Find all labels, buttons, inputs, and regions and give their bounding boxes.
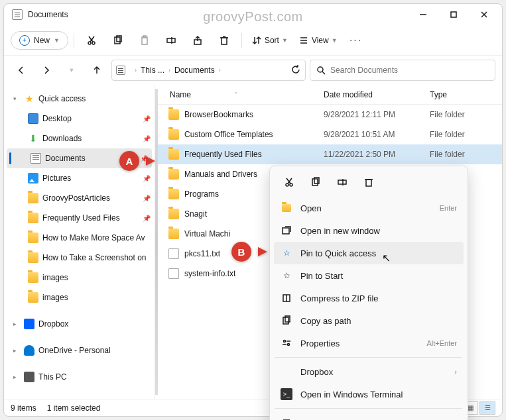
- separator: [275, 357, 462, 358]
- ctx-pin-qa[interactable]: ☆Pin to Quick access: [274, 242, 464, 264]
- pin-icon: 📌: [143, 195, 151, 202]
- recent-button[interactable]: ▼: [61, 60, 82, 81]
- column-headers: Name˄ Date modified Type: [158, 85, 502, 105]
- folder-icon: [12, 9, 23, 20]
- newwin-icon: [281, 225, 292, 236]
- view-button[interactable]: View ▼: [294, 35, 342, 46]
- sidebar-item[interactable]: images: [4, 268, 155, 288]
- ctx-path[interactable]: Copy as path: [274, 309, 464, 332]
- cut-icon[interactable]: [80, 28, 103, 52]
- col-date[interactable]: Date modified: [324, 90, 430, 99]
- minimize-button[interactable]: [408, 4, 438, 25]
- text-file-icon: [168, 248, 179, 259]
- maximize-button[interactable]: [438, 4, 469, 25]
- search-input[interactable]: [330, 66, 489, 75]
- rename-icon[interactable]: [159, 28, 183, 52]
- address-bar[interactable]: › This ... › Documents ›: [111, 60, 306, 81]
- quick-access-label: Quick access: [38, 94, 86, 103]
- ctx-newwin[interactable]: Open in new window: [274, 219, 464, 242]
- sidebar-item[interactable]: Frequently Used Files📌: [4, 208, 155, 228]
- svg-line-26: [322, 72, 325, 74]
- open-icon: [281, 202, 292, 214]
- terminal-icon: >_: [281, 388, 292, 400]
- quick-access[interactable]: ▾ ★ Quick access: [4, 89, 155, 109]
- close-button[interactable]: [469, 4, 499, 25]
- chevron-right-icon: ›: [135, 67, 137, 74]
- search-box[interactable]: [310, 60, 495, 81]
- folder-icon: [168, 189, 179, 199]
- ctx-more[interactable]: Show more options Shift+F10: [274, 411, 464, 420]
- view-label: View: [312, 36, 329, 45]
- ctx-terminal[interactable]: >_ Open in Windows Terminal: [274, 383, 464, 405]
- new-button[interactable]: + New ▼: [11, 31, 68, 50]
- chevron-down-icon: ▾: [13, 95, 20, 102]
- file-name: Snagit: [184, 209, 207, 219]
- svg-point-44: [288, 344, 290, 346]
- sort-button[interactable]: Sort ▼: [247, 35, 292, 46]
- file-row[interactable]: Custom Office Templates9/28/2021 10:51 A…: [158, 125, 502, 144]
- ctx-label: Compress to ZIP file: [300, 293, 449, 303]
- file-type: File folder: [430, 110, 502, 119]
- svg-rect-12: [167, 38, 175, 42]
- chevron-down-icon: ▼: [282, 37, 288, 44]
- star-icon: ★: [24, 93, 34, 104]
- delete-icon[interactable]: [212, 28, 236, 52]
- copy-icon[interactable]: [303, 172, 328, 193]
- rename-icon[interactable]: [330, 172, 355, 193]
- file-type: File folder: [430, 130, 502, 139]
- svg-rect-16: [221, 38, 227, 44]
- callout-b: B: [231, 242, 261, 264]
- ctx-label: Copy as path: [300, 316, 449, 326]
- refresh-icon[interactable]: [290, 64, 301, 77]
- delete-icon[interactable]: [356, 172, 381, 193]
- sidebar-onedrive[interactable]: ▸OneDrive - Personal: [4, 341, 155, 360]
- chevron-right-icon: ›: [168, 67, 170, 74]
- props-icon: [281, 337, 292, 349]
- ctx-dropbox[interactable]: Dropbox ›: [274, 360, 464, 383]
- col-name[interactable]: Name˄: [158, 90, 324, 99]
- sidebar-item[interactable]: images: [4, 288, 155, 307]
- file-row[interactable]: BrowserBookmarks9/28/2021 12:11 PMFile f…: [158, 105, 502, 125]
- context-menu: OpenEnterOpen in new window☆Pin to Quick…: [269, 166, 468, 420]
- sidebar-item[interactable]: GroovyPostArticles📌: [4, 188, 155, 208]
- file-row[interactable]: Frequently Used Files11/22/2021 2:50 PMF…: [158, 144, 502, 164]
- up-button[interactable]: [86, 60, 107, 81]
- folder-icon: [168, 129, 179, 140]
- ctx-props[interactable]: PropertiesAlt+Enter: [274, 332, 464, 354]
- sidebar-dropbox[interactable]: ▸Dropbox: [4, 314, 155, 334]
- item-count: 9 items: [11, 403, 36, 413]
- desktop-icon: [28, 113, 38, 124]
- text-file-icon: [168, 268, 179, 279]
- sidebar-item-downloads[interactable]: ⬇Downloads📌: [4, 129, 155, 148]
- sidebar-item[interactable]: How to Take a Screenshot on: [4, 248, 155, 268]
- cut-icon[interactable]: [277, 172, 302, 193]
- file-date: 9/28/2021 10:51 AM: [324, 130, 430, 139]
- folder-icon: [28, 233, 38, 243]
- svg-point-42: [284, 341, 286, 342]
- paste-icon[interactable]: [133, 28, 157, 52]
- back-button[interactable]: [11, 60, 32, 81]
- forward-button[interactable]: [36, 60, 57, 81]
- copy-icon[interactable]: [106, 28, 130, 52]
- col-type[interactable]: Type: [430, 90, 502, 99]
- ctx-zip[interactable]: Compress to ZIP file: [274, 287, 464, 309]
- zip-icon: [281, 292, 292, 304]
- file-name: BrowserBookmarks: [184, 110, 253, 119]
- share-icon[interactable]: [186, 28, 210, 52]
- chevron-right-icon: ▸: [13, 374, 20, 380]
- pc-icon: [24, 372, 34, 382]
- shortcut: Alt+Enter: [426, 339, 457, 347]
- more-icon[interactable]: ···: [344, 28, 368, 52]
- sidebar-item[interactable]: How to Make More Space Av: [4, 228, 155, 248]
- ctx-pin-start[interactable]: ☆Pin to Start: [274, 264, 464, 287]
- breadcrumb-seg[interactable]: This ...: [141, 66, 164, 75]
- breadcrumb-seg[interactable]: Documents: [174, 66, 215, 75]
- plus-icon: +: [19, 35, 30, 46]
- sidebar-thispc[interactable]: ▸This PC: [4, 367, 155, 387]
- details-view-button[interactable]: ☰: [479, 401, 495, 415]
- chevron-right-icon: ▸: [13, 347, 20, 354]
- search-icon: [316, 65, 326, 76]
- folder-icon: [28, 252, 38, 263]
- ctx-open[interactable]: OpenEnter: [274, 197, 464, 219]
- sidebar-item-desktop[interactable]: Desktop📌: [4, 109, 155, 129]
